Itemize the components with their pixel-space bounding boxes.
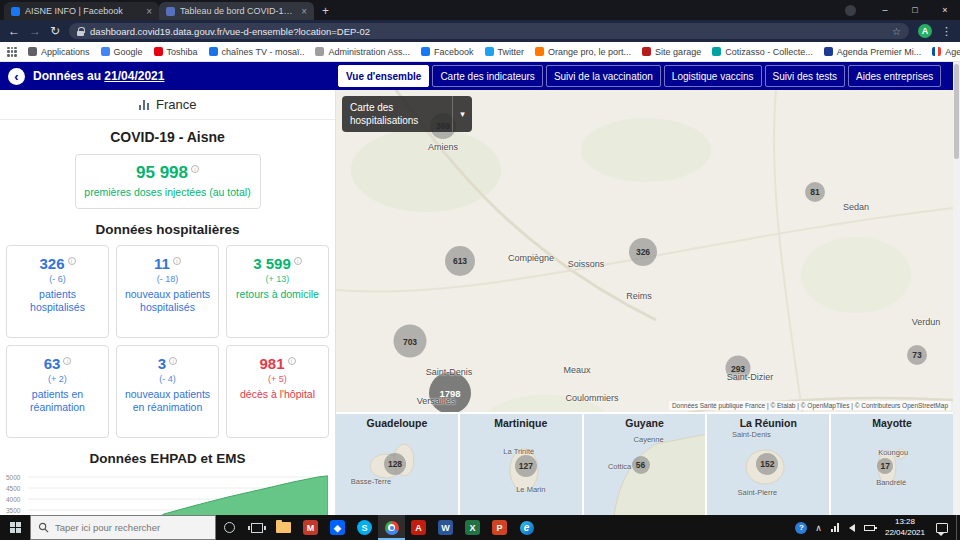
- start-button[interactable]: [0, 515, 30, 540]
- folder-icon: [276, 522, 291, 533]
- show-desktop-button[interactable]: [956, 515, 960, 540]
- reload-icon[interactable]: ↻: [50, 25, 60, 37]
- map-layer-dropdown[interactable]: Carte des hospitalisations ▾: [342, 96, 472, 132]
- vaccine-label: premières doses injectées (au total): [84, 186, 252, 200]
- nav-tab-suivi-tests[interactable]: Suivi des tests: [765, 65, 845, 87]
- hospitalisations-map[interactable]: Carte des hospitalisations ▾ 369 81 613 …: [336, 90, 953, 515]
- info-icon[interactable]: i: [191, 165, 199, 173]
- profile-avatar[interactable]: A: [918, 24, 932, 38]
- bookmark-item[interactable]: Facebook: [421, 47, 474, 57]
- action-center-icon[interactable]: [936, 523, 948, 533]
- map-bubble-paris[interactable]: 1798: [429, 372, 471, 414]
- nav-tab-aides-entreprises[interactable]: Aides entreprises: [848, 65, 941, 87]
- map-bubble-val-doise[interactable]: 703: [394, 325, 427, 358]
- browser-extension-icon[interactable]: [845, 5, 856, 16]
- nav-tab-vue-densemble[interactable]: Vue d'ensemble: [338, 65, 429, 87]
- tile-bubble[interactable]: 17: [877, 458, 893, 474]
- stat-card-deces: 981i (+ 5) décès à l'hôpital: [226, 345, 329, 438]
- tile-bubble[interactable]: 127: [515, 455, 537, 477]
- facebook-favicon-icon: [11, 7, 20, 16]
- info-icon[interactable]: i: [294, 257, 302, 265]
- info-icon[interactable]: i: [169, 357, 177, 365]
- tab-close-icon[interactable]: ×: [301, 6, 307, 17]
- browser-tab-dashboard[interactable]: Tableau de bord COVID-19 Suiv ×: [159, 2, 314, 20]
- taskbar-app-powerpoint[interactable]: P: [486, 515, 513, 540]
- tile-guyane[interactable]: Guyane Cayenne Cottica 56: [584, 414, 706, 515]
- nav-tab-carte-indicateurs[interactable]: Carte des indicateurs: [432, 65, 543, 87]
- tile-la-reunion[interactable]: La Réunion Saint-Denis 152 Saint-Pierre: [707, 414, 829, 515]
- taskbar-app-word[interactable]: W: [432, 515, 459, 540]
- url-text[interactable]: dashboard.covid19.data.gouv.fr/vue-d-ens…: [90, 26, 886, 37]
- window-minimize-button[interactable]: –: [870, 0, 900, 20]
- tile-guadeloupe[interactable]: Guadeloupe 128 Basse-Terre: [336, 414, 458, 515]
- bookmark-item[interactable]: Google: [101, 47, 143, 57]
- tile-bubble[interactable]: 128: [384, 453, 406, 475]
- bookmark-item[interactable]: Cotizasso - Collecte...: [712, 47, 813, 57]
- address-bar[interactable]: dashboard.covid19.data.gouv.fr/vue-d-ens…: [69, 23, 909, 39]
- taskbar-app-dropbox[interactable]: ◆: [324, 515, 351, 540]
- search-input[interactable]: [55, 522, 208, 533]
- bookmark-item[interactable]: Administration Ass...: [315, 47, 410, 57]
- bookmark-item[interactable]: Toshiba: [154, 47, 198, 57]
- browser-menu-icon[interactable]: ⋮: [941, 25, 952, 38]
- new-tab-button[interactable]: +: [322, 4, 329, 18]
- tray-overflow-button[interactable]: ∧: [810, 515, 827, 540]
- bookmark-favicon: [535, 47, 544, 56]
- bookmark-item[interactable]: Agenda Premier Mi...: [824, 47, 922, 57]
- nav-tab-suivi-vaccination[interactable]: Suivi de la vaccination: [546, 65, 661, 87]
- battery-button[interactable]: [861, 515, 878, 540]
- taskbar-app-skype[interactable]: S: [351, 515, 378, 540]
- bookmark-item[interactable]: Orange pro, le port...: [535, 47, 631, 57]
- info-icon[interactable]: i: [288, 357, 296, 365]
- taskbar-clock[interactable]: 13:28 22/04/2021: [878, 517, 932, 538]
- taskbar-app-file-explorer[interactable]: [270, 515, 297, 540]
- tile-bubble[interactable]: 56: [632, 456, 650, 474]
- task-view-button[interactable]: [243, 515, 270, 540]
- nav-tab-logistique-vaccins[interactable]: Logistique vaccins: [664, 65, 762, 87]
- bookmark-item[interactable]: Site garage: [642, 47, 701, 57]
- speaker-icon: [849, 524, 855, 532]
- apps-grid-icon[interactable]: [7, 47, 17, 57]
- info-icon[interactable]: i: [63, 357, 71, 365]
- bookmark-item[interactable]: Twitter: [485, 47, 525, 57]
- tab-title: AISNE INFO | Facebook: [25, 6, 141, 16]
- taskbar-app-mail[interactable]: M: [297, 515, 324, 540]
- taskbar-app-chrome[interactable]: [378, 515, 405, 540]
- taskbar-app-acrobat[interactable]: A: [405, 515, 432, 540]
- bookmark-star-icon[interactable]: ☆: [892, 26, 901, 37]
- region-selector[interactable]: France: [0, 90, 335, 120]
- tile-bubble[interactable]: 152: [756, 453, 778, 475]
- window-maximize-button[interactable]: □: [900, 0, 930, 20]
- map-bubble-ardennes[interactable]: 81: [805, 182, 825, 202]
- map-bubble-oise[interactable]: 613: [445, 246, 475, 276]
- bookmark-item[interactable]: Agenda du Préside...: [932, 47, 960, 57]
- network-button[interactable]: [827, 515, 844, 540]
- info-icon[interactable]: i: [68, 257, 76, 265]
- volume-button[interactable]: [844, 515, 861, 540]
- bookmark-item[interactable]: chaînes TV - mosaï..: [209, 47, 305, 57]
- skype-icon: S: [357, 520, 372, 535]
- taskbar-search[interactable]: [30, 515, 216, 540]
- tile-mayotte[interactable]: Mayotte Koungou 17 Bandrélé: [831, 414, 953, 515]
- clock-date: 22/04/2021: [885, 528, 925, 538]
- info-icon[interactable]: i: [173, 257, 181, 265]
- cortana-button[interactable]: [216, 515, 243, 540]
- tile-martinique[interactable]: Martinique La Trinité 127 Le Marin: [460, 414, 582, 515]
- scrollbar-thumb[interactable]: [954, 64, 959, 159]
- taskbar-app-excel[interactable]: X: [459, 515, 486, 540]
- window-close-button[interactable]: ×: [930, 0, 960, 20]
- network-signal-icon: [831, 523, 839, 532]
- map-bubble-aisne[interactable]: 326: [629, 238, 657, 266]
- forward-icon[interactable]: →: [29, 25, 41, 37]
- taskbar-app-edge[interactable]: e: [513, 515, 540, 540]
- page-scrollbar[interactable]: [953, 62, 960, 515]
- map-bubble-meuse[interactable]: 73: [907, 345, 927, 365]
- tab-close-icon[interactable]: ×: [146, 6, 152, 17]
- back-icon[interactable]: ←: [8, 25, 20, 37]
- browser-tab-facebook[interactable]: AISNE INFO | Facebook ×: [4, 2, 159, 20]
- date-selector[interactable]: 21/04/2021: [104, 69, 164, 83]
- back-date-button[interactable]: ‹: [8, 68, 25, 85]
- stat-card-retours-domicile: 3 599i (+ 13) retours à domicile: [226, 245, 329, 338]
- help-tray-button[interactable]: ?: [793, 515, 810, 540]
- bookmark-item[interactable]: Applications: [28, 47, 90, 57]
